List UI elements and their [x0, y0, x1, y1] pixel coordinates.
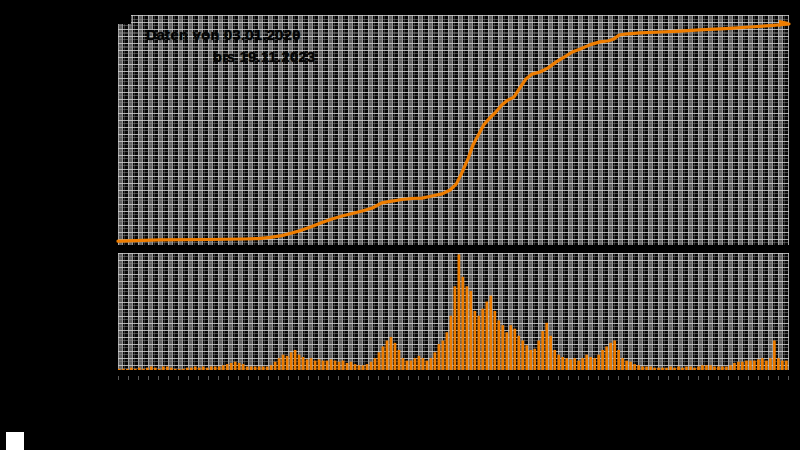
- daily-bar: [246, 366, 249, 370]
- daily-bar: [274, 362, 277, 370]
- daily-bar: [777, 358, 780, 370]
- daily-bar: [737, 362, 740, 370]
- daily-bar: [769, 358, 772, 370]
- daily-bar: [477, 316, 480, 370]
- daily-bar: [741, 362, 744, 370]
- daily-bar: [493, 311, 496, 370]
- daily-bar: [318, 359, 321, 370]
- daily-bar: [677, 366, 680, 370]
- daily-bar: [454, 286, 457, 370]
- daily-bar: [701, 365, 704, 370]
- daily-bar: [342, 361, 345, 370]
- daily-bar: [414, 358, 417, 370]
- daily-bar: [541, 331, 544, 370]
- daily-bar: [230, 363, 233, 370]
- daily-bar: [685, 366, 688, 370]
- daily-bar: [681, 368, 684, 370]
- daily-bar: [633, 364, 636, 370]
- daily-bar: [142, 369, 145, 370]
- daily-bar: [557, 355, 560, 370]
- daily-bar: [537, 341, 540, 371]
- daily-bar: [298, 355, 301, 370]
- daily-bar: [529, 350, 532, 370]
- daily-bar: [481, 309, 484, 370]
- daily-bar: [126, 369, 129, 370]
- daily-bar: [134, 369, 137, 370]
- daily-bar: [338, 362, 341, 370]
- daily-bar: [593, 358, 596, 370]
- daily-bar: [302, 357, 305, 370]
- daily-bar: [238, 363, 241, 370]
- daily-bar: [669, 366, 672, 370]
- daily-bar: [661, 368, 664, 370]
- daily-bar: [581, 358, 584, 370]
- daily-bar: [446, 332, 449, 370]
- daily-bar: [430, 358, 433, 370]
- daily-bar: [222, 365, 225, 370]
- daily-bar: [457, 254, 460, 370]
- daily-bar: [166, 366, 169, 370]
- daily-bar: [517, 336, 520, 370]
- daily-bar: [146, 368, 149, 370]
- daily-bar: [118, 369, 121, 370]
- daily-bar: [158, 369, 161, 370]
- daily-bar: [469, 291, 472, 370]
- daily-bar: [601, 350, 604, 370]
- daily-bar: [406, 361, 409, 370]
- daily-bar: [150, 366, 153, 370]
- daily-bar: [182, 369, 185, 370]
- daily-bar: [130, 368, 133, 370]
- daily-bar: [290, 352, 293, 370]
- daily-bar: [785, 361, 788, 370]
- daily-bar: [334, 361, 337, 370]
- daily-bar: [577, 361, 580, 370]
- daily-bar: [210, 366, 213, 370]
- daily-bar: [362, 365, 365, 370]
- daily-bar: [689, 366, 692, 370]
- daily-bar: [717, 366, 720, 370]
- daily-bar: [589, 357, 592, 370]
- cumulative-line-series: [118, 20, 789, 241]
- daily-bar: [637, 365, 640, 370]
- series-layer: [0, 0, 800, 450]
- daily-bar: [202, 366, 205, 370]
- daily-bar: [438, 344, 441, 370]
- daily-bar: [174, 369, 177, 370]
- daily-bar: [653, 368, 656, 370]
- daily-bar: [170, 368, 173, 370]
- daily-bar: [306, 359, 309, 370]
- daily-bar: [665, 368, 668, 370]
- daily-bar: [693, 368, 696, 370]
- daily-bar: [573, 358, 576, 370]
- daily-bar: [434, 352, 437, 370]
- daily-bar: [629, 362, 632, 370]
- daily-bar: [549, 336, 552, 370]
- daily-bar: [250, 366, 253, 370]
- daily-bar: [597, 355, 600, 370]
- daily-bar: [713, 366, 716, 370]
- daily-bar: [609, 343, 612, 370]
- daily-bar: [374, 358, 377, 370]
- daily-bar: [366, 364, 369, 370]
- daily-bar: [521, 341, 524, 371]
- daily-bar: [358, 365, 361, 370]
- daily-bar: [294, 350, 297, 370]
- daily-bar: [473, 311, 476, 370]
- daily-bar: [725, 366, 728, 370]
- daily-bar: [282, 355, 285, 370]
- daily-bar: [286, 356, 289, 370]
- daily-bar: [206, 368, 209, 370]
- daily-bar: [322, 361, 325, 370]
- daily-bar: [314, 361, 317, 370]
- chart-canvas: Daten von 03.01.2020 bis 19.11.2023: [0, 0, 800, 450]
- daily-bar: [254, 366, 257, 370]
- daily-bar: [382, 346, 385, 370]
- daily-bar: [613, 341, 616, 371]
- daily-bar: [226, 364, 229, 370]
- daily-bar: [729, 365, 732, 370]
- daily-bar: [178, 369, 181, 370]
- daily-bar: [749, 361, 752, 370]
- daily-bar: [386, 341, 389, 371]
- daily-bar: [390, 337, 393, 370]
- daily-bar: [761, 358, 764, 370]
